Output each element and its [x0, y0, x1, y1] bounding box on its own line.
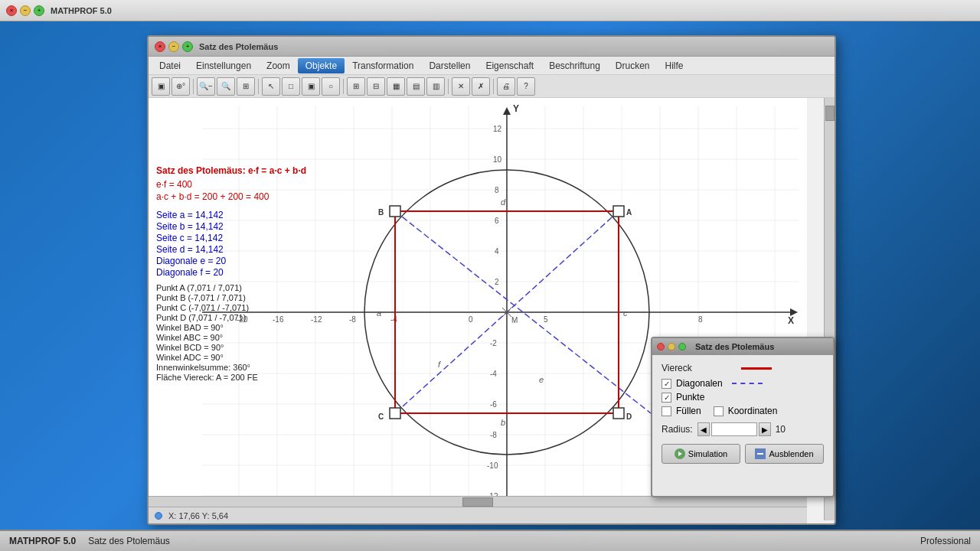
svg-text:8: 8 [698, 315, 703, 324]
close-btn[interactable]: × [6, 5, 17, 16]
window-controls[interactable]: × − + [6, 5, 44, 16]
win-title-bar: × − + Satz des Ptolemäus [149, 37, 835, 57]
menu-zoom[interactable]: Zoom [259, 58, 298, 73]
menu-drucken[interactable]: Drucken [608, 58, 658, 73]
innenwinkelsumme: Innenwinkelsumme: 360° [156, 363, 355, 372]
tool-rect2[interactable]: ▣ [302, 77, 320, 96]
tool-select[interactable]: ↖ [262, 77, 280, 96]
panel-min[interactable] [668, 343, 675, 350]
minimize-btn[interactable]: − [20, 5, 31, 16]
scroll-thumb-h[interactable] [462, 497, 493, 507]
app-status-bar: MATHPROF 5.0 Satz des Ptolemäus Professi… [0, 530, 980, 551]
diag-f: Diagonale f = 20 [156, 267, 355, 278]
scroll-thumb-v[interactable] [825, 106, 835, 121]
menu-darstellen[interactable]: Darstellen [421, 58, 478, 73]
panel-fuellen-label: Füllen [676, 406, 701, 416]
tool-circle[interactable]: ○ [322, 77, 340, 96]
label-f: f [438, 360, 441, 369]
tool-grid[interactable]: ⊞ [347, 77, 365, 96]
svg-text:0: 0 [469, 315, 473, 324]
hide-label: Ausblenden [769, 449, 813, 458]
point-b-box [390, 206, 400, 217]
win-min[interactable]: − [168, 41, 179, 52]
svg-text:-4: -4 [490, 370, 497, 378]
svg-text:2: 2 [495, 278, 499, 286]
sep2 [258, 79, 259, 94]
koordinaten-checkbox[interactable] [714, 406, 724, 416]
tool-help[interactable]: ? [517, 77, 535, 96]
menu-transformation[interactable]: Transformation [345, 58, 421, 73]
tool-mode[interactable]: ▣ [152, 77, 170, 96]
win-controls[interactable]: × − + [155, 41, 193, 52]
winkel-bad: Winkel BAD = 90° [156, 323, 355, 332]
tool-zoom-out[interactable]: 🔍− [197, 77, 215, 96]
point-a-label: A [626, 208, 632, 217]
ptolemy-title: Satz des Ptolemäus: e·f = a·c + b·d [156, 165, 355, 176]
tool-tbl3[interactable]: ▥ [426, 77, 445, 96]
tool-grid2[interactable]: ⊟ [367, 77, 385, 96]
punkt-a: Punkt A (7,071 / 7,071) [156, 283, 355, 292]
menu-einstellungen[interactable]: Einstellungen [188, 58, 259, 73]
scrollbar-bottom[interactable] [149, 496, 807, 507]
radius-increase[interactable]: ▶ [759, 422, 771, 436]
svg-marker-53 [678, 452, 682, 456]
panel-max[interactable] [678, 343, 686, 350]
tool-tbl[interactable]: ▦ [387, 77, 405, 96]
panel-body: Viereck ✓ Diagonalen ✓ Punkte Füllen Koo… [652, 355, 833, 444]
svg-text:10: 10 [493, 155, 502, 164]
radius-decrease[interactable]: ◀ [697, 422, 710, 436]
status-bar: X: 17,66 Y: 5,64 [149, 507, 807, 523]
label-b: b [501, 418, 505, 427]
simulation-button[interactable]: Simulation [662, 444, 740, 464]
svg-text:-4: -4 [390, 315, 397, 324]
svg-text:-2: -2 [490, 339, 497, 347]
tool-zoom-in[interactable]: 🔍 [217, 77, 235, 96]
sep3 [343, 79, 344, 94]
tool-close2[interactable]: ✗ [472, 77, 490, 96]
menu-eigenschaft[interactable]: Eigenschaft [478, 58, 541, 73]
win-max[interactable]: + [182, 41, 193, 52]
toolbar: ▣ ⊕° 🔍− 🔍 ⊞ ↖ □ ▣ ○ ⊞ ⊟ ▦ ▤ ▥ ✕ ✗ 🖨 ? [149, 75, 835, 98]
win-close[interactable]: × [155, 41, 165, 52]
tool-zoom-fit[interactable]: ⊞ [237, 77, 255, 96]
menu-bar: Datei Einstellungen Zoom Objekte Transfo… [149, 57, 835, 75]
punkte-checkbox[interactable]: ✓ [662, 393, 671, 403]
svg-text:-6: -6 [490, 400, 497, 409]
svg-text:-8: -8 [490, 431, 497, 439]
panel-diagonalen-row: ✓ Diagonalen [662, 378, 824, 389]
tool-measure[interactable]: ⊕° [172, 77, 190, 96]
flaeche: Fläche Viereck: A = 200 FE [156, 373, 355, 382]
menu-objekte[interactable]: Objekte [298, 58, 345, 73]
svg-text:6: 6 [495, 217, 499, 225]
simulation-label: Simulation [688, 449, 727, 458]
hide-button[interactable]: Ausblenden [745, 444, 824, 464]
svg-marker-30 [503, 107, 511, 115]
maximize-btn[interactable]: + [34, 5, 44, 16]
app-status-left: MATHPROF 5.0 [9, 536, 76, 546]
point-b-label: B [378, 208, 384, 217]
tool-print[interactable]: 🖨 [497, 77, 515, 96]
diagonalen-checkbox[interactable]: ✓ [662, 379, 671, 389]
sep4 [448, 79, 449, 94]
simulation-icon [675, 448, 685, 459]
tool-tbl2[interactable]: ▤ [407, 77, 425, 96]
label-c: c [623, 308, 628, 318]
panel-close[interactable] [657, 343, 665, 350]
side-a: Seite a = 14,142 [156, 210, 355, 220]
hide-icon [755, 448, 766, 459]
menu-datei[interactable]: Datei [152, 58, 188, 73]
tool-rect[interactable]: □ [282, 77, 300, 96]
panel-win-controls[interactable] [657, 343, 686, 350]
side-b: Seite b = 14,142 [156, 221, 355, 232]
radius-value: 10 [776, 424, 786, 435]
panel-viereck-row: Viereck [662, 363, 824, 373]
fuellen-checkbox[interactable] [662, 406, 671, 416]
menu-hilfe[interactable]: Hilfe [658, 58, 691, 73]
radius-control[interactable]: ◀ ▶ [697, 422, 771, 436]
status-coords: X: 17,66 Y: 5,64 [168, 511, 228, 520]
radius-track[interactable] [711, 422, 757, 436]
panel-punkte-row: ✓ Punkte [662, 392, 824, 403]
tool-close[interactable]: ✕ [452, 77, 470, 96]
panel-window: Satz des Ptolemäus Viereck ✓ Diagonalen … [651, 337, 835, 497]
menu-beschriftung[interactable]: Beschriftung [541, 58, 608, 73]
